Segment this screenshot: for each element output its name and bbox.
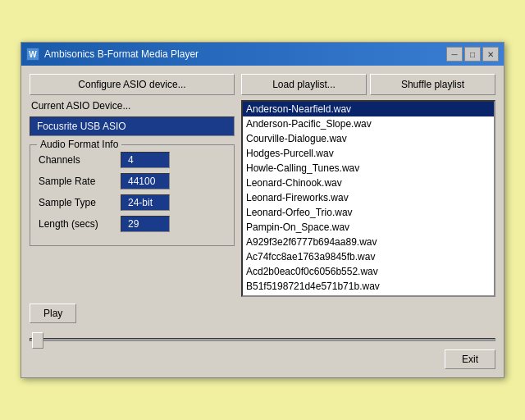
minimize-button[interactable]: ─ [446,47,463,62]
app-icon: W [26,48,39,61]
playlist-item[interactable]: Leonard-Fireworks.wav [243,190,494,205]
device-name-display: Focusrite USB ASIO [30,116,235,136]
playlist-item[interactable]: Hodges-Purcell.wav [243,146,494,161]
right-panel: Load playlist... Shuffle playlist Anders… [241,74,495,297]
playlist-item[interactable]: Pampin-On_Space.wav [243,220,494,235]
window-body: Configure ASIO device... Current ASIO De… [21,66,504,377]
playlist-item[interactable]: Howle-Calling_Tunes.wav [243,161,494,176]
info-field-label: Sample Type [39,197,121,208]
titlebar: W Ambisonics B-Format Media Player ─ □ ✕ [21,43,504,66]
playlist-item[interactable]: A929f3e2f6777b694aa89.wav [243,235,494,249]
main-window: W Ambisonics B-Format Media Player ─ □ ✕… [21,42,504,378]
info-row: Length (secs)29 [39,216,226,232]
playlist-item[interactable]: Anderson-Nearfield.wav [243,102,494,116]
info-row: Sample Type24-bit [39,194,226,211]
shuffle-playlist-button[interactable]: Shuffle playlist [370,74,495,95]
window-controls: ─ □ ✕ [446,47,499,62]
info-field-label: Sample Rate [39,176,121,187]
play-row: Play [30,304,495,323]
window-title: Ambisonics B-Format Media Player [44,48,446,60]
info-row: Channels4 [39,152,226,168]
info-field-value: 24-bit [121,194,170,211]
info-row: Sample Rate44100 [39,173,226,189]
info-field-label: Length (secs) [39,218,121,230]
playlist-box[interactable]: Anderson-Nearfield.wavAnderson-Pacific_S… [241,100,495,297]
load-playlist-button[interactable]: Load playlist... [241,74,367,95]
exit-button[interactable]: Exit [445,349,495,369]
info-field-value: 44100 [121,173,170,189]
maximize-button[interactable]: □ [464,47,481,62]
slider-container [30,328,495,345]
playlist-items-container: Anderson-Nearfield.wavAnderson-Pacific_S… [243,102,494,297]
info-field-value: 4 [121,152,170,168]
playlist-item[interactable]: Leonard-Orfeo_Trio.wav [243,205,494,220]
play-button[interactable]: Play [30,304,76,323]
left-panel: Configure ASIO device... Current ASIO De… [30,74,235,297]
close-button[interactable]: ✕ [482,47,499,62]
info-field-label: Channels [39,154,121,166]
audio-format-group: Audio Format Info Channels4Sample Rate44… [30,144,235,246]
info-field-value: 29 [121,216,170,232]
audio-info-rows: Channels4Sample Rate44100Sample Type24-b… [39,152,226,232]
playlist-item[interactable]: B51f5198721d4e571b71b.wav [243,279,494,294]
audio-format-legend: Audio Format Info [37,139,121,150]
playlist-item[interactable]: Leonard-Chinook.wav [243,176,494,190]
playlist-item[interactable]: Anderson-Pacific_Slope.wav [243,116,494,131]
playlist-buttons: Load playlist... Shuffle playlist [241,74,495,95]
playlist-item[interactable]: Acd2b0eac0f0c6056b552.wav [243,264,494,279]
playlist-item[interactable]: F1c6d76ccac075cddd3fe.wav [243,294,494,297]
exit-row: Exit [30,349,495,369]
playlist-item[interactable]: Ac74fcc8ae1763a9845fb.wav [243,249,494,264]
playback-slider-thumb[interactable] [32,332,43,349]
bottom-row: Play Exit [30,304,495,369]
configure-asio-button[interactable]: Configure ASIO device... [30,74,235,95]
playlist-item[interactable]: Courville-Dialogue.wav [243,131,494,146]
playback-slider-track[interactable] [30,338,495,341]
current-device-label: Current ASIO Device... [30,100,235,112]
top-row: Configure ASIO device... Current ASIO De… [30,74,495,297]
